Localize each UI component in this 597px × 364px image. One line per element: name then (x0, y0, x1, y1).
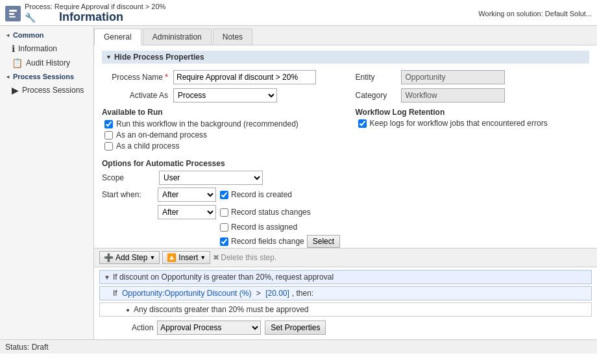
child-process-label: As a child process (116, 141, 179, 151)
category-value: Workflow (401, 88, 505, 103)
required-indicator: * (165, 73, 168, 82)
record-status-label: Record status changes (231, 208, 311, 217)
information-icon: ℹ (12, 43, 15, 54)
workflow-log-section: Workflow Log Retention Keep logs for wor… (356, 108, 590, 128)
record-assigned-checkbox[interactable] (220, 223, 228, 232)
keep-logs-checkbox[interactable] (358, 119, 367, 128)
insert-chevron: ▼ (200, 254, 206, 261)
record-created-option: Record is created (220, 190, 292, 199)
keep-logs-label: Keep logs for workflow jobs that encount… (370, 119, 548, 128)
entity-label: Entity (356, 73, 401, 82)
workflow-toolbar: ➕ Add Step ▼ 🔼 Insert ▼ ✖ Delete this st… (94, 249, 597, 267)
sidebar-section-common: Common (0, 29, 93, 42)
form-area: Hide Process Properties Process Name * (94, 45, 597, 248)
sidebar-item-process-sessions[interactable]: ▶ Process Sessions (0, 83, 93, 97)
record-created-checkbox[interactable] (220, 191, 228, 199)
record-assigned-option: Record is assigned (220, 223, 297, 232)
record-fields-checkbox[interactable] (220, 237, 228, 246)
start-when-label: Start when: (102, 190, 154, 199)
sub-step-text-if: If (113, 289, 119, 298)
start-when-row-1: Start when: After Record is created (102, 188, 589, 202)
inner-step-label: Any discounts greater than 20% must be a… (134, 305, 309, 314)
svg-rect-0 (9, 10, 17, 12)
top-bar: Process: Require Approval if discount > … (0, 0, 597, 26)
insert-icon: 🔼 (167, 253, 177, 262)
entity-row: Entity Opportunity (356, 70, 590, 84)
add-step-button[interactable]: ➕ Add Step ▼ (99, 251, 160, 264)
process-name-input[interactable] (173, 70, 316, 84)
action-select[interactable]: Approval Process (157, 321, 261, 335)
scope-row: Scope User (102, 171, 589, 185)
tabs-bar: General Administration Notes (94, 26, 597, 45)
set-properties-button[interactable]: Set Properties (265, 321, 326, 335)
step-1-label: If discount on Opportunity is greater th… (113, 273, 334, 282)
process-name-label: Process Name * (102, 73, 173, 82)
entity-value: Opportunity (401, 70, 505, 84)
right-column: Entity Opportunity Category Workflow Wor… (356, 70, 590, 152)
step-row-1: ▼ If discount on Opportunity is greater … (99, 270, 592, 284)
section-hide-process-properties: Hide Process Properties (102, 51, 589, 64)
sidebar-item-audit-history[interactable]: 📋 Audit History (0, 56, 93, 70)
keep-logs-row: Keep logs for workflow jobs that encount… (358, 119, 590, 128)
start-when-row-3: Record is assigned (102, 223, 589, 232)
category-row: Category Workflow (356, 88, 590, 103)
run-background-label: Run this workflow in the background (rec… (116, 119, 298, 128)
sub-step-row: If Opportunity:Opportunity Discount (%) … (99, 286, 592, 300)
record-status-option: Record status changes (220, 208, 311, 217)
tab-notes[interactable]: Notes (213, 29, 252, 45)
status-bar: Status: Draft (0, 339, 597, 354)
run-background-checkbox[interactable] (104, 120, 113, 128)
tab-general[interactable]: General (94, 29, 141, 45)
delete-step-button[interactable]: ✖ Delete this step. (213, 253, 276, 262)
options-title: Options for Automatic Processes (102, 159, 589, 168)
on-demand-label: As an on-demand process (116, 130, 207, 140)
process-subtitle: Process: Require Approval if discount > … (25, 3, 165, 10)
insert-label: Insert (178, 253, 198, 262)
add-step-chevron: ▼ (149, 254, 155, 261)
child-process-checkbox[interactable] (104, 142, 113, 151)
sub-step-link-1[interactable]: Opportunity:Opportunity Discount (%) (122, 289, 251, 298)
left-column: Process Name * Activate As Process Avail… (102, 70, 336, 152)
child-process-row: As a child process (104, 141, 336, 151)
insert-button[interactable]: 🔼 Insert ▼ (162, 251, 210, 264)
delete-label: Delete this step. (221, 253, 276, 262)
sub-step-then: , then: (292, 289, 313, 298)
tab-administration[interactable]: Administration (143, 29, 212, 45)
add-step-label: Add Step (116, 253, 147, 262)
delete-icon: ✖ (213, 253, 219, 262)
step-toggle-icon[interactable]: ▼ (104, 274, 110, 281)
action-row: Action Approval Process Set Properties (99, 319, 592, 337)
options-section: Options for Automatic Processes Scope Us… (102, 159, 589, 248)
start-when-select-1[interactable]: After (158, 188, 216, 202)
on-demand-checkbox[interactable] (104, 131, 113, 140)
workflow-area: ➕ Add Step ▼ 🔼 Insert ▼ ✖ Delete this st… (94, 248, 597, 339)
sub-step-link-2[interactable]: [20.00] (265, 289, 289, 298)
process-name-row: Process Name * (102, 70, 336, 84)
sidebar-section-process-sessions: Process Sessions (0, 70, 93, 83)
inner-step-row: ● Any discounts greater than 20% must be… (99, 302, 592, 317)
sub-step-operator: > (254, 289, 263, 298)
activate-as-select[interactable]: Process (173, 88, 277, 103)
scope-label: Scope (102, 173, 154, 182)
start-when-row-2: After Record status changes (102, 205, 589, 219)
process-sessions-icon: ▶ (12, 85, 19, 95)
record-created-label: Record is created (231, 190, 292, 199)
add-step-icon: ➕ (104, 253, 114, 262)
top-bar-left: Process: Require Approval if discount > … (5, 3, 165, 24)
sidebar: Common ℹ Information 📋 Audit History Pro… (0, 26, 94, 339)
start-when-select-2[interactable]: After (158, 205, 216, 219)
start-when-row-4: Record fields change Select (102, 235, 589, 248)
process-icon (5, 6, 21, 21)
step-container: ▼ If discount on Opportunity is greater … (94, 267, 597, 339)
run-background-row: Run this workflow in the background (rec… (104, 119, 336, 128)
category-label: Category (356, 91, 401, 100)
sidebar-item-information[interactable]: ℹ Information (0, 42, 93, 56)
activate-as-label: Activate As (102, 91, 173, 100)
record-status-checkbox[interactable] (220, 208, 228, 217)
workflow-log-title: Workflow Log Retention (356, 108, 590, 117)
record-assigned-label: Record is assigned (231, 223, 297, 232)
select-button[interactable]: Select (307, 235, 340, 248)
record-fields-option: Record fields change Select (220, 235, 340, 248)
scope-select[interactable]: User (159, 171, 263, 185)
start-when-block: Start when: After Record is created (102, 188, 589, 248)
